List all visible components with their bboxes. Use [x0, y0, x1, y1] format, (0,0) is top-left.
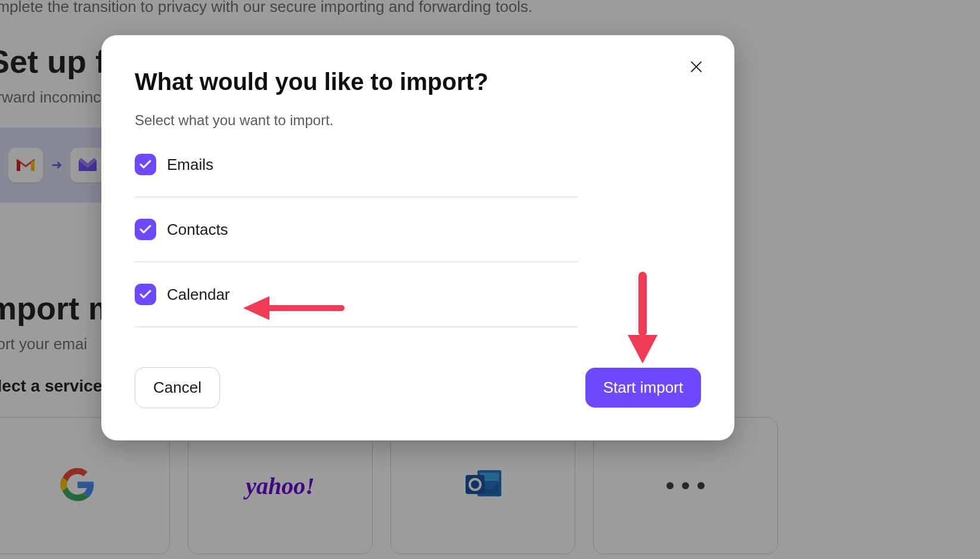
cancel-button[interactable]: Cancel: [135, 367, 220, 408]
modal-title: What would you like to import?: [135, 69, 701, 95]
close-button[interactable]: [684, 55, 708, 79]
modal-subtitle: Select what you want to import.: [135, 112, 701, 129]
checkbox-checked-icon: [135, 154, 156, 175]
import-modal: What would you like to import? Select wh…: [101, 35, 734, 440]
checkbox-checked-icon: [135, 219, 156, 240]
close-icon: [689, 60, 703, 76]
option-calendar[interactable]: Calendar: [135, 262, 578, 327]
import-options-list: Emails Contacts Calendar: [135, 149, 578, 327]
modal-footer: Cancel Start import: [135, 367, 701, 408]
option-contacts[interactable]: Contacts: [135, 197, 578, 262]
checkbox-checked-icon: [135, 284, 156, 305]
start-import-button[interactable]: Start import: [585, 368, 701, 408]
option-label: Emails: [167, 156, 213, 174]
option-emails[interactable]: Emails: [135, 149, 578, 197]
option-label: Contacts: [167, 221, 228, 239]
option-label: Calendar: [167, 285, 230, 304]
